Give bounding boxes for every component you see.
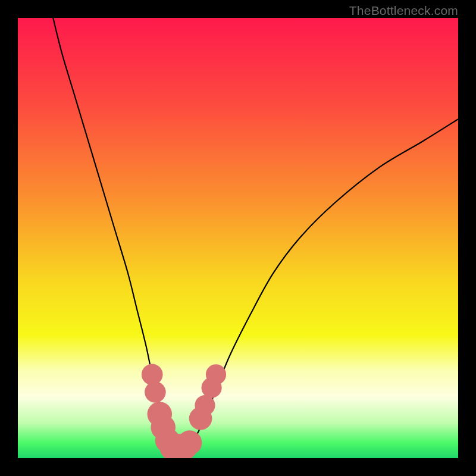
marker-dot	[142, 364, 163, 386]
marker-dot	[206, 364, 226, 384]
plot-area	[18, 18, 458, 458]
gradient-background	[18, 18, 458, 458]
bottleneck-chart	[18, 18, 458, 458]
watermark-text: TheBottleneck.com	[349, 4, 458, 18]
outer-frame: TheBottleneck.com	[0, 0, 476, 476]
marker-dot	[177, 430, 202, 455]
marker-dot	[145, 381, 166, 403]
marker-dot	[195, 395, 215, 415]
